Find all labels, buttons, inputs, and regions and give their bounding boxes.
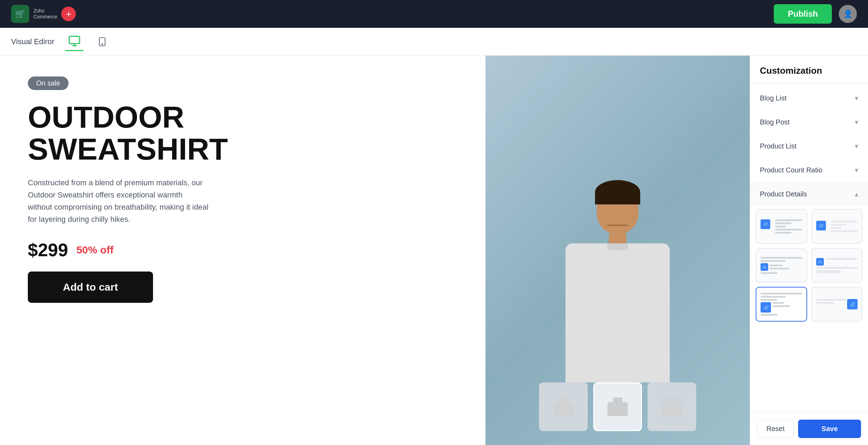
thumbnail-1[interactable] bbox=[539, 382, 588, 431]
image-panel bbox=[485, 56, 750, 445]
svg-rect-5 bbox=[608, 402, 628, 416]
customization-header: Customization bbox=[750, 56, 868, 83]
sub-nav: Visual Ediror bbox=[0, 28, 868, 56]
price-row: $299 50% off bbox=[28, 240, 458, 260]
main-layout: On sale OUTDOOR SWEATSHIRT Constructed f… bbox=[0, 56, 868, 445]
add-button[interactable]: + bbox=[61, 7, 76, 21]
logo-area: 🛒 Zoho Commerce + bbox=[11, 5, 76, 23]
layout-option-3[interactable] bbox=[756, 248, 807, 283]
chevron-down-icon: ▾ bbox=[855, 142, 858, 150]
editor-title: Visual Ediror bbox=[11, 37, 54, 46]
layout-option-2[interactable] bbox=[811, 209, 863, 244]
svg-rect-8 bbox=[667, 397, 677, 404]
layout-option-4[interactable] bbox=[811, 248, 863, 283]
left-panel: On sale OUTDOOR SWEATSHIRT Constructed f… bbox=[0, 56, 485, 445]
discount-badge: 50% off bbox=[77, 244, 114, 256]
avatar: 👤 bbox=[839, 5, 857, 23]
svg-point-12 bbox=[821, 224, 823, 226]
desktop-view-icon[interactable] bbox=[65, 32, 83, 51]
layout-option-1[interactable] bbox=[756, 209, 807, 244]
thumbnail-2[interactable] bbox=[593, 382, 642, 431]
svg-rect-6 bbox=[613, 397, 622, 404]
customization-items: Blog List ▾ Blog Post ▾ Product List ▾ P… bbox=[750, 83, 868, 412]
thumbnail-3[interactable] bbox=[648, 382, 696, 431]
cust-item-blog-post[interactable]: Blog Post ▾ bbox=[750, 110, 868, 134]
logo-text: Zoho Commerce bbox=[33, 8, 57, 20]
svg-rect-3 bbox=[553, 402, 574, 416]
on-sale-badge: On sale bbox=[28, 76, 69, 90]
svg-point-18 bbox=[853, 302, 855, 304]
layout-img-icon-2 bbox=[816, 221, 826, 230]
reset-button[interactable]: Reset bbox=[757, 420, 794, 438]
product-description: Constructed from a blend of premium mate… bbox=[28, 177, 209, 226]
logo-icon: 🛒 bbox=[11, 5, 29, 23]
svg-point-2 bbox=[102, 43, 103, 44]
customization-panel: Customization Blog List ▾ Blog Post ▾ Pr… bbox=[750, 56, 868, 445]
publish-button[interactable]: Publish bbox=[774, 4, 832, 24]
svg-marker-14 bbox=[817, 260, 823, 263]
chevron-down-icon: ▾ bbox=[855, 166, 858, 174]
cust-item-product-count[interactable]: Product Count Ratio ▾ bbox=[750, 158, 868, 182]
cust-item-blog-list[interactable]: Blog List ▾ bbox=[750, 86, 868, 110]
layout-preview-1 bbox=[761, 219, 802, 234]
product-price: $299 bbox=[28, 240, 68, 260]
customization-footer: Reset Save bbox=[750, 412, 868, 445]
layout-preview-2 bbox=[816, 221, 858, 232]
svg-point-16 bbox=[766, 305, 769, 307]
thumbnail-strip bbox=[531, 374, 705, 439]
svg-point-10 bbox=[766, 222, 768, 224]
product-photo bbox=[485, 56, 750, 445]
nav-right: Publish 👤 bbox=[774, 4, 857, 24]
svg-rect-0 bbox=[69, 37, 80, 44]
top-nav: 🛒 Zoho Commerce + Publish 👤 bbox=[0, 0, 868, 28]
layout-option-5[interactable] bbox=[756, 287, 807, 322]
layout-option-6[interactable] bbox=[811, 287, 863, 322]
svg-rect-7 bbox=[662, 402, 682, 416]
svg-marker-13 bbox=[762, 265, 767, 268]
save-button[interactable]: Save bbox=[798, 420, 861, 438]
mobile-view-icon[interactable] bbox=[95, 33, 110, 51]
product-title: OUTDOOR SWEATSHIRT bbox=[28, 101, 458, 165]
product-details-section bbox=[750, 209, 868, 327]
chevron-down-icon: ▾ bbox=[855, 94, 858, 102]
cust-item-product-details[interactable]: Product Details ▴ bbox=[750, 182, 868, 206]
customization-title: Customization bbox=[760, 65, 858, 76]
cust-item-product-list[interactable]: Product List ▾ bbox=[750, 134, 868, 158]
layout-img-icon bbox=[761, 219, 770, 229]
chevron-down-icon: ▾ bbox=[855, 118, 858, 126]
chevron-up-icon: ▴ bbox=[855, 190, 858, 198]
layout-options-grid bbox=[756, 209, 862, 322]
add-to-cart-button[interactable]: Add to cart bbox=[28, 272, 153, 303]
svg-rect-4 bbox=[559, 397, 568, 404]
